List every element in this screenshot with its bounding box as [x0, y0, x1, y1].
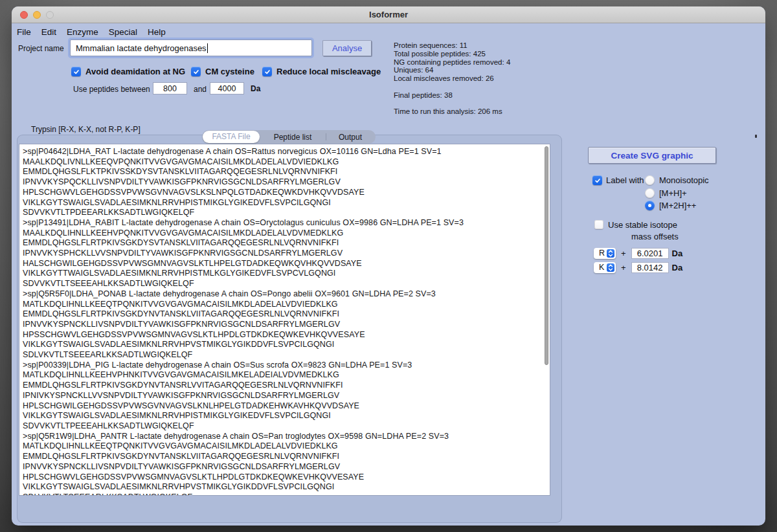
- stats-line: Protein sequences: 11: [394, 41, 510, 50]
- label-with-checkbox[interactable]: Label with: [592, 175, 644, 186]
- offset-unit-label: Da: [672, 263, 683, 272]
- radio-m-plus-h[interactable]: [M+H]+: [645, 188, 687, 199]
- max-mass-input[interactable]: 4000: [210, 82, 244, 94]
- app-window: Isoformer File Edit Enzyme Special Help …: [12, 6, 765, 526]
- menu-item-edit[interactable]: Edit: [40, 27, 58, 37]
- checkbox-avoid-deamidation[interactable]: Avoid deamidation at NG: [71, 66, 185, 77]
- mouse-cursor: [755, 135, 757, 138]
- radio-label: Monoisotopic: [659, 175, 709, 185]
- create-svg-button[interactable]: Create SVG graphic: [588, 147, 716, 164]
- project-name-value: Mmmalian lactate dehydrogenases: [76, 43, 207, 53]
- fasta-textarea[interactable]: >sp|P04642|LDHA_RAT L-lactate dehydrogen…: [19, 144, 550, 496]
- tab-fasta-file[interactable]: FASTA File: [203, 131, 260, 143]
- menu-item-file[interactable]: File: [16, 27, 32, 37]
- tab-bar: FASTA File Peptide list Output: [202, 130, 376, 144]
- menubar: File Edit Enzyme Special Help: [16, 25, 167, 38]
- residue-value: R: [599, 249, 605, 258]
- enzyme-rule-label: Trypsin [R-X, K-X, not R-P, K-P]: [31, 125, 141, 134]
- label-with-text: Label with: [606, 175, 644, 185]
- peptide-range-label: Use peptides between: [73, 85, 150, 94]
- checkbox-label: CM cysteine: [205, 67, 254, 76]
- min-mass-input[interactable]: 800: [153, 82, 187, 94]
- radio-label: [M+H]+: [659, 188, 687, 198]
- residue-value: K: [599, 263, 604, 272]
- zoom-button[interactable]: [46, 11, 54, 19]
- checkbox-cm-cysteine[interactable]: CM cysteine: [191, 66, 254, 77]
- stepper-icon: [607, 249, 614, 258]
- tab-peptide-list[interactable]: Peptide list: [260, 133, 326, 142]
- window-title: Isoformer: [12, 6, 765, 23]
- plus-sign: +: [621, 249, 626, 258]
- stats-line: [394, 83, 510, 91]
- checkbox-unchecked-icon: [594, 220, 603, 229]
- desktop: Isoformer File Edit Enzyme Special Help …: [0, 0, 777, 532]
- stats-line: Local miscleaves removed: 26: [394, 74, 510, 83]
- radio-monoisotopic[interactable]: Monoisotopic: [645, 175, 709, 186]
- menu-item-help[interactable]: Help: [146, 27, 167, 37]
- stats-line: Total possible peptides: 425: [394, 50, 510, 58]
- stats-line: Uniques: 64: [394, 66, 510, 74]
- stable-isotope-checkbox[interactable]: Use stable isotope: [594, 220, 677, 230]
- offset-row-k: K + 8.0142 Da: [594, 261, 682, 273]
- stats-line: Final peptides: 38: [394, 91, 510, 100]
- minimize-button[interactable]: [33, 11, 41, 19]
- project-name-input[interactable]: Mmmalian lactate dehydrogenases: [70, 39, 312, 56]
- range-and-label: and: [194, 85, 207, 94]
- radio-off-icon: [645, 175, 655, 185]
- scrollbar-thumb[interactable]: [545, 146, 548, 365]
- stepper-icon: [607, 263, 614, 272]
- project-name-label: Project name: [18, 44, 64, 53]
- offset-value-input-r[interactable]: 6.0201: [631, 248, 669, 259]
- radio-on-icon: [645, 201, 655, 210]
- checkbox-reduce-miscleavage[interactable]: Reduce local miscleavage: [262, 66, 381, 77]
- text-caret: [207, 43, 208, 53]
- range-unit-label: Da: [251, 84, 260, 93]
- close-button[interactable]: [20, 11, 28, 19]
- analysis-stats: Protein sequences: 11 Total possible pep…: [394, 41, 510, 116]
- stats-line: [394, 100, 510, 108]
- fasta-text: >sp|P04642|LDHA_RAT L-lactate dehydrogen…: [19, 144, 550, 496]
- offset-value-input-k[interactable]: 8.0142: [631, 262, 669, 273]
- checkbox-label: Avoid deamidation at NG: [85, 67, 185, 76]
- menu-item-special[interactable]: Special: [107, 27, 139, 37]
- radio-m-plus-2h[interactable]: [M+2H]++: [645, 200, 696, 211]
- menu-item-enzyme[interactable]: Enzyme: [65, 27, 100, 37]
- plus-sign: +: [621, 263, 626, 272]
- titlebar[interactable]: Isoformer: [12, 6, 765, 23]
- offset-unit-label: Da: [672, 249, 683, 258]
- offset-row-r: R + 6.0201 Da: [594, 247, 682, 259]
- checkbox-label: Reduce local miscleavage: [276, 67, 381, 76]
- residue-select-r[interactable]: R: [594, 248, 616, 259]
- checkbox-checked-icon: [191, 67, 201, 76]
- radio-off-icon: [645, 188, 655, 198]
- tab-output[interactable]: Output: [326, 133, 374, 142]
- radio-label: [M+2H]++: [659, 201, 696, 210]
- analyse-button[interactable]: Analyse: [322, 40, 372, 56]
- residue-select-k[interactable]: K: [594, 262, 616, 273]
- checkbox-checked-icon: [262, 67, 272, 76]
- stable-isotope-label-line2: mass offsets: [631, 232, 679, 241]
- checkbox-checked-icon: [592, 175, 602, 185]
- checkbox-checked-icon: [71, 67, 81, 76]
- stats-line: NG containing peptides removed: 4: [394, 58, 510, 67]
- stats-line: Time to run this analysis: 206 ms: [394, 107, 510, 116]
- stable-isotope-label: Use stable isotope: [608, 220, 677, 230]
